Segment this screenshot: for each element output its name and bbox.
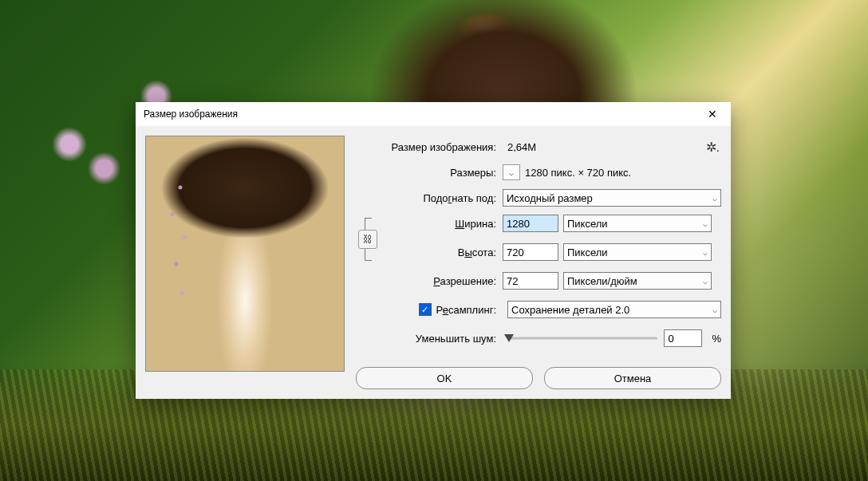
dialog-body: Размер изображения: 2,64M ✲. Размеры: ⌵ … <box>136 126 731 399</box>
height-input[interactable] <box>503 243 558 261</box>
width-unit-select[interactable]: Пиксели ⌵ <box>563 215 712 232</box>
chevron-down-icon: ⌵ <box>703 219 708 228</box>
slider-track <box>509 337 657 340</box>
fit-label: Подогнать под: <box>356 192 503 204</box>
cancel-button[interactable]: Отмена <box>544 367 721 389</box>
reduce-noise-label: Уменьшить шум: <box>356 333 503 345</box>
reduce-noise-input[interactable] <box>664 329 702 347</box>
chevron-down-icon: ⌵ <box>712 306 717 314</box>
width-input[interactable] <box>503 215 558 232</box>
resample-checkbox[interactable]: ✓ <box>419 303 432 316</box>
resolution-label: Разрешение: <box>356 275 503 287</box>
resample-method-select[interactable]: Сохранение деталей 2.0 ⌵ <box>507 301 721 318</box>
fit-select-value: Исходный размер <box>507 192 593 204</box>
ok-button[interactable]: OK <box>356 367 533 389</box>
gear-icon[interactable]: ✲. <box>706 140 721 155</box>
dialog-title: Размер изображения <box>144 108 238 120</box>
image-size-dialog: Размер изображения ✕ Размер изображения:… <box>136 102 731 399</box>
resolution-unit-select[interactable]: Пиксели/дюйм ⌵ <box>563 272 712 290</box>
chevron-down-icon: ⌵ <box>509 168 514 177</box>
resolution-input[interactable] <box>503 272 558 290</box>
chevron-down-icon: ⌵ <box>712 194 717 203</box>
controls-panel: Размер изображения: 2,64M ✲. Размеры: ⌵ … <box>356 136 721 389</box>
slider-thumb[interactable] <box>504 334 514 342</box>
resample-label-cell: ✓ Ресамплинг: <box>356 303 503 316</box>
close-button[interactable]: ✕ <box>694 102 731 126</box>
link-bracket: ⛓ <box>361 217 375 262</box>
imagesize-value: 2,64M <box>503 141 536 153</box>
width-label: Ширина: <box>380 218 503 230</box>
chevron-down-icon: ⌵ <box>703 277 708 286</box>
dimensions-value: 1280 пикс. × 720 пикс. <box>525 167 631 179</box>
chevron-down-icon: ⌵ <box>703 248 708 257</box>
dimensions-label: Размеры: <box>356 167 503 179</box>
constrain-proportions-button[interactable]: ⛓ <box>358 230 377 249</box>
preview-thumbnail[interactable] <box>145 136 345 372</box>
close-icon: ✕ <box>708 108 717 120</box>
imagesize-label: Размер изображения: <box>356 141 503 153</box>
resample-label: Ресамплинг: <box>436 304 496 316</box>
fit-select[interactable]: Исходный размер ⌵ <box>503 189 721 207</box>
height-label: Высота: <box>380 246 503 258</box>
reduce-noise-slider[interactable] <box>509 330 657 346</box>
titlebar[interactable]: Размер изображения ✕ <box>136 102 731 126</box>
percent-suffix: % <box>712 333 721 345</box>
dimensions-flyout-button[interactable]: ⌵ <box>503 164 520 180</box>
height-unit-select[interactable]: Пиксели ⌵ <box>563 243 712 261</box>
link-icon: ⛓ <box>363 234 373 245</box>
button-bar: OK Отмена <box>356 353 721 389</box>
